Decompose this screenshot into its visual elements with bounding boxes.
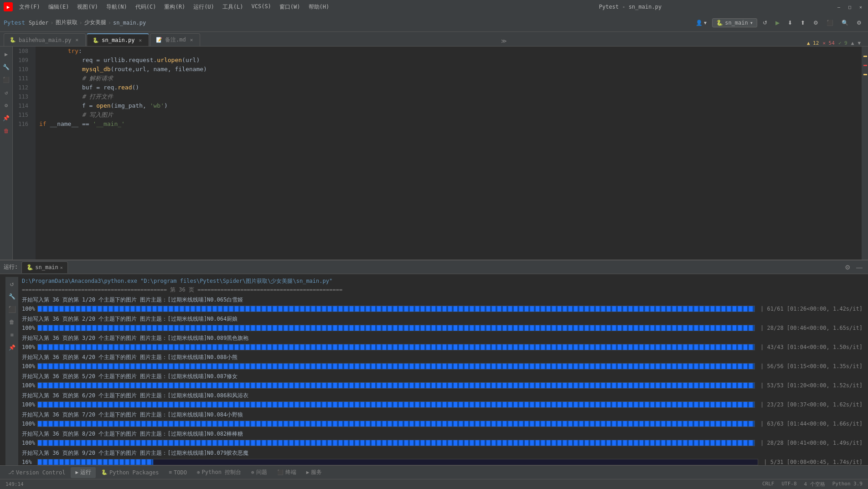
menu-help[interactable]: 帮助(H) — [305, 2, 333, 12]
tab-close-notes[interactable]: ✕ — [189, 36, 195, 43]
debug-tool-button[interactable]: 🔧 — [1, 62, 11, 72]
menu-edit[interactable]: 编辑(E) — [45, 2, 73, 12]
code-text[interactable]: try: req = urllib.request.urlopen(url) m… — [36, 47, 862, 260]
progress-bar-7 — [37, 421, 755, 427]
python-console-icon: ⊕ — [197, 469, 200, 475]
topic-2: 开始写入第 36 页的第 2/20 个主题下的图片 图片主题：[过期米线线喵]N… — [22, 315, 863, 323]
branch-selector[interactable]: 🐍 sn_main ▾ — [712, 18, 757, 27]
editor-scrollbar[interactable] — [862, 47, 868, 260]
run-controls: ⚙ — — [843, 263, 864, 272]
run-tab-close[interactable]: ✕ — [60, 265, 63, 270]
settings-button[interactable]: ⚙ — [854, 18, 864, 27]
warning-count[interactable]: ▲ 12 — [807, 40, 819, 46]
status-position[interactable]: 149:14 — [5, 481, 24, 487]
status-encoding[interactable]: UTF-8 — [781, 481, 796, 488]
topic-8: 开始写入第 36 页的第 8/20 个主题下的图片 图片主题：[过期米线线喵]N… — [22, 430, 863, 438]
revert-button[interactable]: ⬇ — [785, 18, 795, 27]
expand-output-button[interactable]: ≡ — [7, 330, 17, 340]
bottom-tab-python-console[interactable]: ⊕ Python 控制台 — [192, 467, 246, 478]
delete-tool-button[interactable]: 🗑 — [1, 126, 11, 136]
code-line-108: try: — [39, 47, 858, 56]
ok-count[interactable]: ✓ 9 — [838, 40, 847, 46]
build-button[interactable]: ▶ — [773, 18, 782, 27]
problems-icon: ⊕ — [251, 469, 254, 475]
rerun-output-button[interactable]: ↺ — [7, 279, 17, 289]
tab-close-baihehua[interactable]: ✕ — [74, 36, 80, 43]
stop-button[interactable]: ⬛ — [824, 18, 836, 27]
stop-output-button[interactable]: ⬛ — [7, 304, 17, 314]
run-tool-button[interactable]: ▶ — [1, 49, 11, 59]
breadcrumb-file[interactable]: sn_main.py — [113, 20, 146, 26]
progress-bar-5 — [37, 382, 755, 389]
breadcrumb-folder[interactable]: 图片获取 — [56, 19, 78, 26]
progress-row-2: 100% | 28/28 [00:46<00:00, 1.65s/it] — [22, 324, 863, 332]
scroll-up-button[interactable]: ▲ — [851, 40, 854, 46]
bottom-tab-label-problems: 问题 — [256, 468, 267, 476]
tab-close-sn-main[interactable]: ✕ — [137, 37, 143, 44]
menu-tools[interactable]: 工具(L) — [219, 2, 247, 12]
bottom-tab-version-control[interactable]: ⎇ Version Control — [4, 467, 70, 478]
status-indent[interactable]: 4 个空格 — [804, 481, 825, 488]
breadcrumb-spider[interactable]: Spider — [29, 20, 48, 26]
status-line-ending[interactable]: CRLF — [762, 481, 775, 488]
bottom-tab-services[interactable]: ▶ 服务 — [302, 467, 327, 478]
settings-tool-button[interactable]: ⚙ — [1, 100, 11, 110]
stop-tool-button[interactable]: ⬛ — [1, 75, 11, 85]
pin-output-button[interactable]: 📌 — [7, 343, 17, 353]
search-button[interactable]: 🔍 — [839, 18, 851, 27]
settings-output-button[interactable]: 🔧 — [7, 291, 17, 302]
progress-row-1: 100% | 61/61 [01:26<00:00, 1.42s/it] — [22, 305, 863, 313]
menu-run[interactable]: 运行(U) — [190, 2, 218, 12]
menu-vcs[interactable]: VCS(S) — [248, 2, 275, 12]
progress-row-9: 16% | 5/31 [00:08<00:45, 1.74s/it] — [22, 458, 863, 465]
breadcrumb-subfolder[interactable]: 少女美腿 — [84, 19, 106, 26]
maximize-button[interactable]: □ — [846, 3, 853, 10]
run-panel: 运行: 🐍 sn_main ✕ ⚙ — ↺ 🔧 ⬛ 🗑 ≡ — [0, 260, 868, 465]
bottom-tab-terminal[interactable]: ⬛ 终端 — [273, 467, 301, 478]
tab-sn-main[interactable]: 🐍 sn_main.py ✕ — [87, 33, 149, 46]
toolbar-right: 👤 ▾ 🐍 sn_main ▾ ↺ ▶ ⬇ ⬆ ⚙ ⬛ 🔍 ⚙ — [693, 18, 864, 27]
update-button[interactable]: ⬆ — [798, 18, 808, 27]
pin-tool-button[interactable]: 📌 — [1, 113, 11, 123]
window-controls[interactable]: — □ ✕ — [835, 3, 864, 10]
bottom-tab-python-packages[interactable]: 🐍 Python Packages — [97, 467, 163, 478]
run-config-button[interactable]: ⚙ — [811, 18, 821, 27]
tab-notes[interactable]: 📝 备注.md ✕ — [150, 33, 200, 46]
run-minimize-button[interactable]: — — [854, 263, 864, 272]
refresh-button[interactable]: ↺ — [760, 18, 770, 27]
error-marker-2 — [863, 65, 867, 66]
close-button[interactable]: ✕ — [857, 3, 864, 10]
menu-navigate[interactable]: 导航(N) — [103, 2, 131, 12]
clear-output-button[interactable]: 🗑 — [7, 317, 17, 327]
profile-button[interactable]: 👤 ▾ — [693, 18, 709, 27]
tab-baihehua[interactable]: 🐍 baihehua_main.py ✕ — [4, 33, 86, 46]
bottom-tab-problems[interactable]: ⊕ 问题 — [247, 467, 272, 478]
minimize-button[interactable]: — — [835, 3, 842, 10]
run-icon: ▶ — [75, 469, 78, 475]
run-output: ↺ 🔧 ⬛ 🗑 ≡ 📌 D:\ProgramData\Anaconda3\pyt… — [0, 274, 868, 465]
menu-file[interactable]: 文件(F) — [16, 2, 44, 12]
topic-3: 开始写入第 36 页的第 3/20 个主题下的图片 图片主题：[过期米线线喵]N… — [22, 334, 863, 342]
menu-code[interactable]: 代码(C) — [132, 2, 160, 12]
status-language[interactable]: Python 3.9 — [832, 481, 863, 488]
title-bar: ▶ 文件(F) 编辑(E) 视图(V) 导航(N) 代码(C) 重构(R) 运行… — [0, 0, 868, 14]
tab-more-button[interactable]: ≫ — [497, 36, 511, 46]
topic-4: 开始写入第 36 页的第 4/20 个主题下的图片 图片主题：[过期米线线喵]N… — [22, 353, 863, 361]
menu-view[interactable]: 视图(V) — [73, 2, 102, 12]
progress-item-4: 开始写入第 36 页的第 4/20 个主题下的图片 图片主题：[过期米线线喵]N… — [22, 353, 863, 370]
menu-window[interactable]: 窗口(W) — [276, 2, 304, 12]
bottom-tab-todo[interactable]: ≡ TODO — [164, 467, 191, 478]
scroll-down-button[interactable]: ▼ — [858, 40, 861, 46]
bottom-tab-bar: ⎇ Version Control ▶ 运行 🐍 Python Packages… — [0, 465, 868, 479]
progress-bar-4 — [37, 363, 755, 369]
run-settings-button[interactable]: ⚙ — [843, 263, 852, 272]
bottom-tab-run[interactable]: ▶ 运行 — [71, 467, 96, 478]
topic-6: 开始写入第 36 页的第 6/20 个主题下的图片 图片主题：[过期米线线喵]N… — [22, 391, 863, 400]
code-line-113: # 打开文件 — [39, 92, 858, 101]
progress-row-5: 100% | 53/53 [01:20<00:00, 1.52s/it] — [22, 381, 863, 390]
menu-refactor[interactable]: 重构(R) — [160, 2, 189, 12]
run-tab-active[interactable]: 🐍 sn_main ✕ — [21, 261, 68, 273]
menu-bar[interactable]: 文件(F) 编辑(E) 视图(V) 导航(N) 代码(C) 重构(R) 运行(U… — [16, 2, 425, 12]
error-count[interactable]: ✕ 54 — [822, 40, 835, 46]
rerun-tool-button[interactable]: ↺ — [1, 88, 11, 98]
